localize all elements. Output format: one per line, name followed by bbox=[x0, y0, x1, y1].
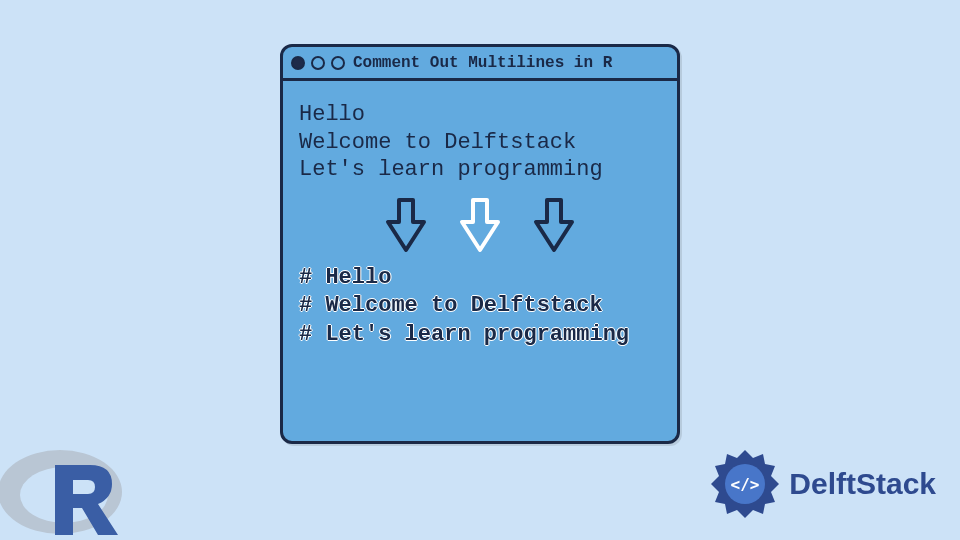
code-line: Hello bbox=[299, 101, 661, 129]
arrow-down-icon bbox=[532, 198, 576, 254]
window-titlebar: Comment Out Multilines in R bbox=[283, 47, 677, 81]
delftstack-logo: </> DelftStack bbox=[707, 446, 936, 522]
code-line: # Let's learn programming bbox=[299, 321, 661, 350]
arrow-down-icon bbox=[458, 198, 502, 254]
arrow-down-icon bbox=[384, 198, 428, 254]
window-controls bbox=[291, 56, 345, 70]
code-before: Hello Welcome to Delftstack Let's learn … bbox=[299, 101, 661, 184]
svg-text:</>: </> bbox=[731, 475, 760, 494]
window-dot-min[interactable] bbox=[311, 56, 325, 70]
code-line: Welcome to Delftstack bbox=[299, 129, 661, 157]
delftstack-badge-icon: </> bbox=[707, 446, 783, 522]
code-after: # Hello # Welcome to Delftstack # Let's … bbox=[299, 264, 661, 350]
window-title: Comment Out Multilines in R bbox=[353, 54, 612, 72]
code-line: # Welcome to Delftstack bbox=[299, 292, 661, 321]
code-line: # Hello bbox=[299, 264, 661, 293]
window-content: Hello Welcome to Delftstack Let's learn … bbox=[283, 81, 677, 349]
code-line: Let's learn programming bbox=[299, 156, 661, 184]
window-dot-close[interactable] bbox=[291, 56, 305, 70]
code-window: Comment Out Multilines in R Hello Welcom… bbox=[280, 44, 680, 444]
r-language-logo-icon bbox=[0, 430, 140, 540]
delftstack-brand-text: DelftStack bbox=[789, 467, 936, 501]
window-dot-max[interactable] bbox=[331, 56, 345, 70]
arrows-row bbox=[299, 184, 661, 264]
